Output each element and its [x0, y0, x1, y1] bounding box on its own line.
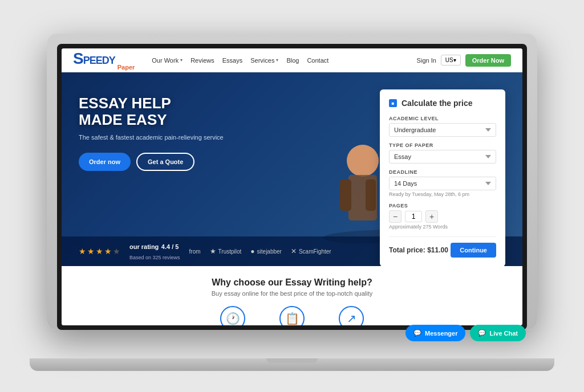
nav-blog[interactable]: Blog [286, 57, 299, 64]
nav-reviews[interactable]: Reviews [190, 57, 214, 64]
laptop-notch [266, 358, 318, 363]
hero-title: ESSAY HELP MADE EASY [79, 95, 224, 128]
why-title: Why choose our Essay Writing help? [79, 277, 505, 288]
x-icon: ✕ [291, 247, 297, 255]
trustpilot-label: Trustpilot [218, 248, 242, 255]
arrow-icon: ↗ [339, 306, 364, 325]
hero-buttons: Order now Get a Quote [79, 153, 224, 171]
type-of-paper-select[interactable]: Essay Research Paper Term Paper Thesis [389, 150, 496, 164]
pages-label: PAGES [389, 203, 496, 209]
continue-button[interactable]: Continue [451, 243, 496, 258]
get-quote-button[interactable]: Get a Quote [136, 153, 194, 171]
chevron-icon: ▾ [180, 58, 182, 63]
scamfighter-label: ScamFighter [299, 248, 331, 255]
trustpilot-badge: ★ Trustpilot [210, 247, 242, 255]
academic-level-label: ACADEMIC LEVEL [389, 116, 496, 121]
pages-increase-button[interactable]: + [425, 210, 438, 223]
pages-stepper: − 1 + [389, 210, 496, 223]
nav-links: Our Work ▾ Reviews Essays Services ▾ [152, 57, 416, 64]
nav-our-work[interactable]: Our Work ▾ [152, 57, 182, 64]
deadline-label: DEADLINE [389, 169, 496, 175]
why-icon-document: 📋 [279, 306, 305, 325]
order-now-button[interactable]: Order Now [465, 54, 511, 67]
star-3: ★ [96, 247, 103, 256]
why-icon-arrow: ↗ [339, 306, 364, 325]
deadline-select[interactable]: 6 Hours 12 Hours 1 Day 3 Days 7 Days 14 … [389, 177, 496, 190]
chat-icon: 💬 [478, 329, 486, 337]
total-price: Total price: $11.00 [389, 246, 448, 254]
star-empty: ★ [113, 247, 120, 256]
rating-block: our rating 4.4 / 5 Based on 325 reviews [129, 241, 180, 262]
academic-level-row: ACADEMIC LEVEL Undergraduate High School… [389, 116, 496, 137]
nav-essays[interactable]: Essays [222, 57, 242, 64]
sign-in-link[interactable]: Sign In [417, 57, 436, 64]
svg-point-1 [347, 145, 379, 177]
live-chat-button[interactable]: 💬 Live Chat [470, 325, 526, 341]
hero-section: ESSAY HELP MADE EASY The safest & fastes… [62, 72, 522, 266]
pages-note: Approximately 275 Words [389, 224, 496, 230]
svg-rect-4 [366, 179, 376, 211]
nav-right: Sign In US▾ Order Now [417, 54, 511, 67]
type-of-paper-row: TYPE OF PAPER Essay Research Paper Term … [389, 142, 496, 164]
logo: SPEEDY Paper [73, 50, 135, 71]
messenger-icon: 💬 [413, 329, 421, 337]
deadline-note: Ready by Tuesday, May 28th, 6 pm [389, 191, 496, 197]
why-subtitle: Buy essay online for the best price of t… [79, 290, 505, 297]
laptop-base [30, 358, 554, 371]
based-on: Based on 325 reviews [129, 255, 180, 260]
why-section: Why choose our Essay Writing help? Buy e… [62, 266, 522, 325]
hero-content: ESSAY HELP MADE EASY The safest & fastes… [79, 95, 224, 171]
academic-level-select[interactable]: Undergraduate High School Graduate PhD [389, 123, 496, 137]
from-text: from [189, 248, 201, 255]
logo-speedy: SPEEDY [73, 50, 115, 68]
calculator-title: Calculate the price [402, 99, 473, 108]
pages-row: PAGES − 1 + Approximately 275 Words [389, 203, 496, 230]
chat-buttons: 💬 Messenger 💬 Live Chat [405, 325, 526, 341]
hero-subtitle: The safest & fastest academic pain-relie… [79, 133, 224, 142]
calculator-footer: Total price: $11.00 Continue [389, 236, 496, 258]
pages-decrease-button[interactable]: − [389, 210, 402, 223]
why-icons: 🕐 📋 ↗ [79, 306, 505, 325]
language-selector[interactable]: US▾ [441, 55, 461, 66]
calculator-header: ■ Calculate the price [389, 99, 496, 108]
logo-paper: Paper [117, 64, 135, 71]
nav-services[interactable]: Services ▾ [250, 57, 278, 64]
circle-icon: ● [250, 247, 254, 255]
sitejabber-label: sitejabber [257, 248, 282, 255]
star-2: ★ [87, 247, 95, 256]
why-icon-clock: 🕐 [220, 306, 245, 325]
document-icon: 📋 [279, 306, 305, 325]
order-now-hero-button[interactable]: Order now [79, 153, 131, 171]
star-rating: ★ ★ ★ ★ ★ [79, 247, 120, 256]
star-1: ★ [79, 247, 86, 256]
messenger-chat-button[interactable]: 💬 Messenger [405, 325, 465, 341]
svg-rect-3 [340, 179, 351, 211]
price-calculator: ■ Calculate the price ACADEMIC LEVEL Und… [380, 89, 505, 266]
navbar: SPEEDY Paper Our Work ▾ Rev [62, 48, 522, 72]
calculator-icon: ■ [389, 99, 397, 107]
rating-score: 4.4 / 5 [161, 243, 179, 250]
pages-input[interactable]: 1 [405, 211, 422, 222]
star-half: ★ [104, 247, 112, 256]
deadline-row: DEADLINE 6 Hours 12 Hours 1 Day 3 Days 7… [389, 169, 496, 197]
sitejabber-badge: ● sitejabber [250, 247, 282, 255]
clock-icon: 🕐 [220, 306, 245, 325]
scamfighter-badge: ✕ ScamFighter [291, 247, 331, 255]
chevron-icon: ▾ [276, 58, 278, 63]
our-rating-label: our rating [129, 243, 159, 250]
type-of-paper-label: TYPE OF PAPER [389, 142, 496, 148]
nav-contact[interactable]: Contact [307, 57, 328, 64]
star-icon: ★ [210, 247, 216, 255]
